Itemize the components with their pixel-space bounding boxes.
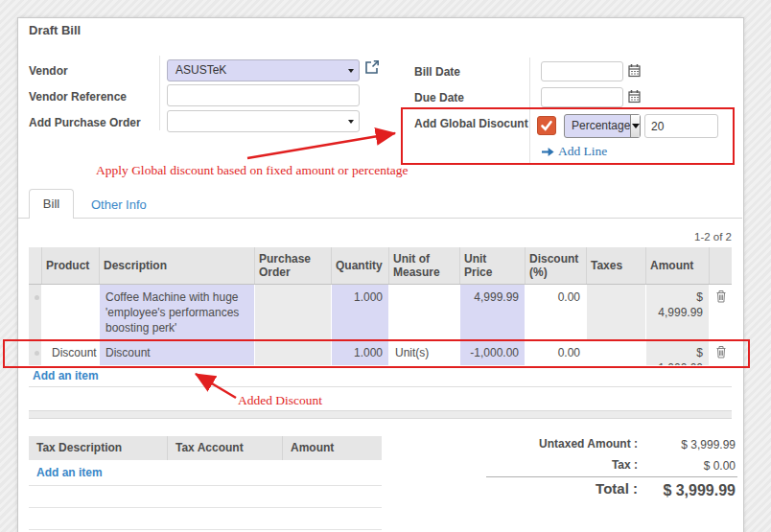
col-header-tax-description: Tax Description: [29, 436, 168, 460]
table-row-discount[interactable]: Discount Discount 1.000 Unit(s) -1,000.0…: [29, 340, 732, 365]
col-header-amount: Amount: [646, 247, 710, 284]
chevron-down-icon: [630, 115, 640, 137]
tab-other-info[interactable]: Other Info: [91, 197, 147, 212]
col-header-tax-account: Tax Account: [168, 436, 283, 460]
add-purchase-order-select[interactable]: [167, 110, 360, 132]
drag-handle-icon: [35, 295, 39, 300]
untaxed-amount-label: Untaxed Amount :: [460, 437, 638, 451]
cell-product[interactable]: [42, 285, 100, 340]
tax-table-row-divider: [29, 485, 382, 486]
cell-quantity[interactable]: 1.000: [332, 285, 389, 340]
due-date-input[interactable]: [541, 87, 623, 107]
handle-column-header: [29, 247, 42, 284]
cell-taxes: [587, 285, 646, 340]
tab-bar-divider: [18, 218, 742, 219]
bill-date-input[interactable]: [541, 61, 623, 81]
add-line-label: Add Line: [558, 144, 607, 159]
untaxed-amount-value: $ 3,999.99: [633, 438, 736, 451]
col-header-discount: Discount (%): [526, 247, 587, 284]
discount-type-value: Percentage: [565, 115, 630, 137]
discount-amount-input[interactable]: [644, 114, 718, 138]
cell-description[interactable]: Discount: [100, 340, 255, 365]
cell-quantity[interactable]: 1.000: [332, 340, 389, 365]
add-an-item-link[interactable]: Add an item: [33, 369, 99, 382]
col-header-tax-amount: Amount: [283, 436, 382, 460]
bill-form-screen: Draft Bill Vendor ASUSTeK Vendor Referen…: [0, 0, 771, 532]
tax-total-label: Tax :: [460, 458, 638, 472]
form-divider-right: [529, 58, 530, 164]
vendor-label: Vendor: [29, 64, 68, 78]
tab-bill[interactable]: Bill: [29, 189, 74, 219]
due-date-label: Due Date: [414, 91, 464, 104]
page-title: Draft Bill: [29, 23, 81, 37]
vendor-reference-label: Vendor Reference: [29, 90, 127, 104]
total-label: Total :: [460, 480, 638, 497]
chevron-down-icon: [348, 120, 354, 124]
table-row-coffee-machine[interactable]: Coffee Machine with huge 'employee's per…: [29, 285, 732, 340]
arrow-right-icon: [542, 147, 554, 157]
bill-date-label: Bill Date: [414, 65, 460, 79]
cell-unit-of-measure[interactable]: Unit(s): [389, 340, 460, 365]
total-value: $ 3,999.99: [614, 482, 736, 499]
delete-row-button[interactable]: [710, 340, 732, 365]
cell-purchase-order: [255, 285, 332, 340]
tax-total-value: $ 0.00: [633, 459, 736, 473]
cell-amount: $ 4,999.99: [646, 285, 710, 340]
col-header-purchase-order: Purchase Order: [255, 247, 332, 284]
chevron-down-icon: [348, 69, 354, 73]
vendor-select-value: ASUSTeK: [175, 63, 226, 77]
calendar-icon[interactable]: [628, 63, 641, 81]
tax-add-an-item-link[interactable]: Add an item: [36, 466, 103, 479]
external-link-icon[interactable]: [364, 59, 380, 78]
invoice-lines-table: Product Description Purchase Order Quant…: [29, 247, 732, 387]
col-header-unit-price: Unit Price: [460, 247, 526, 284]
tax-table-header: Tax Description Tax Account Amount: [29, 436, 382, 460]
annotation-global-discount: Apply Global discount based on fixed amo…: [96, 163, 408, 178]
col-header-taxes: Taxes: [587, 247, 646, 284]
annotation-added-discount: Added Discount: [238, 393, 322, 408]
totals-divider: [486, 476, 737, 477]
form-divider-left: [159, 56, 160, 130]
cell-unit-price[interactable]: 4,999.99: [460, 285, 526, 340]
cell-description[interactable]: Coffee Machine with huge 'employee's per…: [100, 285, 255, 340]
cell-product[interactable]: Discount: [42, 340, 100, 365]
add-item-row: Add an item: [29, 365, 732, 387]
global-discount-checkbox[interactable]: [537, 116, 556, 135]
trash-icon: [715, 289, 727, 303]
vendor-reference-input[interactable]: [167, 84, 360, 106]
add-line-link[interactable]: Add Line: [542, 144, 607, 159]
check-icon: [540, 119, 553, 132]
cell-discount[interactable]: 0.00: [526, 285, 587, 340]
trash-icon: [715, 345, 727, 359]
cell-unit-of-measure[interactable]: [389, 285, 460, 340]
col-header-unit-of-measure: Unit of Measure: [389, 247, 460, 284]
add-global-discount-label: Add Global Disocunt: [414, 117, 528, 130]
drag-handle-icon: [35, 351, 39, 356]
row-handle[interactable]: [29, 340, 42, 365]
cell-purchase-order: [255, 340, 332, 365]
delete-column-header: [710, 247, 732, 284]
cell-unit-price[interactable]: -1,000.00: [460, 340, 526, 365]
col-header-product: Product: [42, 247, 100, 284]
vendor-select[interactable]: ASUSTeK: [167, 59, 360, 81]
delete-row-button[interactable]: [710, 285, 732, 340]
section-separator: [29, 410, 732, 419]
discount-type-select[interactable]: Percentage: [564, 114, 641, 138]
cell-discount[interactable]: 0.00: [526, 340, 587, 365]
pager: 1-2 of 2: [662, 231, 732, 243]
col-header-description: Description: [100, 247, 255, 284]
row-handle[interactable]: [29, 285, 42, 340]
col-header-quantity: Quantity: [332, 247, 389, 284]
tax-table-row-divider: [29, 507, 382, 508]
cell-taxes[interactable]: [587, 340, 646, 365]
calendar-icon[interactable]: [628, 89, 641, 106]
lines-table-header: Product Description Purchase Order Quant…: [29, 247, 732, 285]
tax-table-row-divider: [29, 529, 382, 530]
add-purchase-order-label: Add Purchase Order: [29, 116, 141, 129]
cell-amount: $ -1,000.00: [646, 340, 710, 365]
